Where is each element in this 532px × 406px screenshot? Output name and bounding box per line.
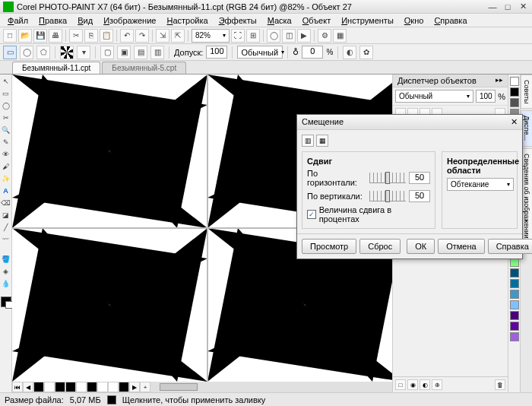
undo-button[interactable]: ↶ <box>120 29 134 43</box>
horiz-value-input[interactable]: 50 <box>409 172 430 184</box>
vert-slider[interactable] <box>369 191 406 201</box>
pick-tool[interactable]: ↖ <box>1 76 11 87</box>
new-object-icon[interactable]: □ <box>395 379 406 390</box>
red-eye-tool[interactable]: 👁 <box>1 149 11 160</box>
prop-ellipse-button[interactable]: ◯ <box>20 46 33 59</box>
import-button[interactable]: ⇲ <box>156 29 169 43</box>
copy-button[interactable]: ⎘ <box>84 29 98 43</box>
brush-tool[interactable]: 🖌 <box>1 161 11 172</box>
launch-button[interactable]: ▶ <box>297 29 311 43</box>
h-scroll-thumb[interactable] <box>160 383 198 391</box>
cut-button[interactable]: ✂ <box>69 29 83 43</box>
delete-object-icon[interactable]: 🗑 <box>495 379 505 390</box>
menu-effects[interactable]: Эффекты <box>214 14 261 27</box>
effect-tool[interactable]: ✨ <box>1 173 11 184</box>
line-tool[interactable]: ╱ <box>1 222 11 233</box>
vert-value-input[interactable]: 50 <box>409 190 430 202</box>
bg-color-swatch[interactable] <box>5 301 13 309</box>
zoom-tool[interactable]: 🔍 <box>1 125 11 135</box>
fg-color-swatch[interactable] <box>1 297 11 307</box>
nav-add-icon[interactable]: + <box>140 382 150 392</box>
save-button[interactable]: 💾 <box>33 29 47 43</box>
nav-first-icon[interactable]: ⏮ <box>12 382 23 392</box>
status-fill-swatch[interactable] <box>107 395 116 404</box>
color-swatch[interactable] <box>510 87 519 97</box>
blend-mode-combo[interactable]: Обычный <box>395 90 473 103</box>
prop-xor-button[interactable]: ▥ <box>150 46 164 59</box>
ok-button[interactable]: ОК <box>407 239 435 254</box>
color-swatch[interactable] <box>510 322 519 331</box>
crop-tool[interactable]: ✂ <box>1 113 11 123</box>
color-swatch[interactable] <box>510 77 519 86</box>
fill-tool[interactable]: 🪣 <box>1 254 11 265</box>
fullscreen-button[interactable]: ⛶ <box>231 29 245 43</box>
paste-button[interactable]: 📋 <box>100 29 113 43</box>
opacity-input[interactable]: 0 <box>302 46 323 59</box>
vtab-hints[interactable]: Советы <box>521 75 532 109</box>
color-swatch[interactable] <box>510 311 519 320</box>
mask-rect-tool[interactable]: ▭ <box>1 88 11 99</box>
prop-dropdown-icon[interactable]: ▾ <box>77 46 90 59</box>
tolerance-input[interactable]: 100 <box>206 46 227 59</box>
color-swatch[interactable] <box>510 290 519 299</box>
prop-sub-button[interactable]: ▤ <box>134 46 147 59</box>
dropshadow-tool[interactable]: ◪ <box>1 210 11 220</box>
prop-normal-button[interactable]: ▢ <box>100 46 114 59</box>
print-button[interactable]: 🖶 <box>49 29 62 43</box>
color-swatch[interactable] <box>510 332 519 341</box>
preview-button[interactable]: Просмотр <box>302 239 356 254</box>
redo-button[interactable]: ↷ <box>135 29 149 43</box>
menu-help[interactable]: Справка <box>429 14 471 27</box>
percent-checkbox[interactable]: ✓ <box>307 210 316 219</box>
menu-tools[interactable]: Инструменты <box>337 14 398 27</box>
path-tool[interactable]: 〰 <box>1 234 11 245</box>
preview-mode-2-icon[interactable]: ▦ <box>316 135 328 147</box>
tab-doc-2[interactable]: Безымянный-5.cpt <box>102 62 186 74</box>
cancel-button[interactable]: Отмена <box>438 239 484 254</box>
export-button[interactable]: ⇱ <box>171 29 185 43</box>
nav-prev-icon[interactable]: ◀ <box>23 382 33 392</box>
prop-rect-button[interactable]: ▭ <box>3 46 17 59</box>
mode-combo[interactable]: Обычный <box>237 46 283 59</box>
eyedropper-tool[interactable]: 💧 <box>1 278 11 289</box>
reset-button[interactable]: Сброс <box>359 239 401 254</box>
mask-button[interactable]: ◯ <box>267 29 280 43</box>
eraser-tool[interactable]: ⌫ <box>1 198 11 208</box>
mask-ellipse-tool[interactable]: ◯ <box>1 100 11 111</box>
new-mask-icon[interactable]: ◐ <box>420 379 430 390</box>
app-launcher-button[interactable]: ▦ <box>333 29 347 43</box>
new-lens-icon[interactable]: ◉ <box>407 379 418 390</box>
menu-window[interactable]: Окно <box>400 14 429 27</box>
options-button[interactable]: ⚙ <box>318 29 331 43</box>
nav-next-icon[interactable]: ▶ <box>129 382 140 392</box>
combine-icon[interactable]: ⊕ <box>432 379 442 390</box>
horiz-slider[interactable] <box>369 173 406 183</box>
clone-tool[interactable]: ✎ <box>1 137 11 147</box>
color-swatch[interactable] <box>510 268 519 278</box>
menu-adjust[interactable]: Настройка <box>162 14 212 27</box>
color-swatch[interactable] <box>510 300 519 309</box>
prop-poly-button[interactable]: ⬠ <box>36 46 50 59</box>
object-button[interactable]: ◫ <box>282 29 296 43</box>
dialog-close-icon[interactable]: ✕ <box>511 117 518 127</box>
layer-opacity-input[interactable]: 100 <box>476 90 496 103</box>
interactive-fill-tool[interactable]: ◈ <box>1 266 11 277</box>
rulers-button[interactable]: ⊞ <box>246 29 260 43</box>
menu-file[interactable]: Файл <box>3 14 33 27</box>
zoom-combo[interactable]: 82% <box>192 29 230 43</box>
undef-mode-combo[interactable]: Обтекание <box>447 178 514 191</box>
color-swatch[interactable] <box>510 279 519 288</box>
panel-menu-icon[interactable]: ▸▸ <box>496 76 503 85</box>
maximize-icon[interactable]: □ <box>502 2 514 12</box>
menu-mask[interactable]: Маска <box>263 14 296 27</box>
new-button[interactable]: □ <box>3 29 17 43</box>
color-swatch[interactable] <box>510 98 519 107</box>
prop-antialiasing-button[interactable]: ◐ <box>343 46 356 59</box>
menu-object[interactable]: Объект <box>298 14 335 27</box>
open-button[interactable]: 📂 <box>18 29 32 43</box>
text-tool[interactable]: A <box>1 186 11 196</box>
tab-doc-1[interactable]: Безымянный-11.cpt <box>12 62 100 74</box>
prop-feather-button[interactable]: ✿ <box>359 46 373 59</box>
close-icon[interactable]: ✕ <box>517 2 529 12</box>
menu-view[interactable]: Вид <box>73 14 97 27</box>
